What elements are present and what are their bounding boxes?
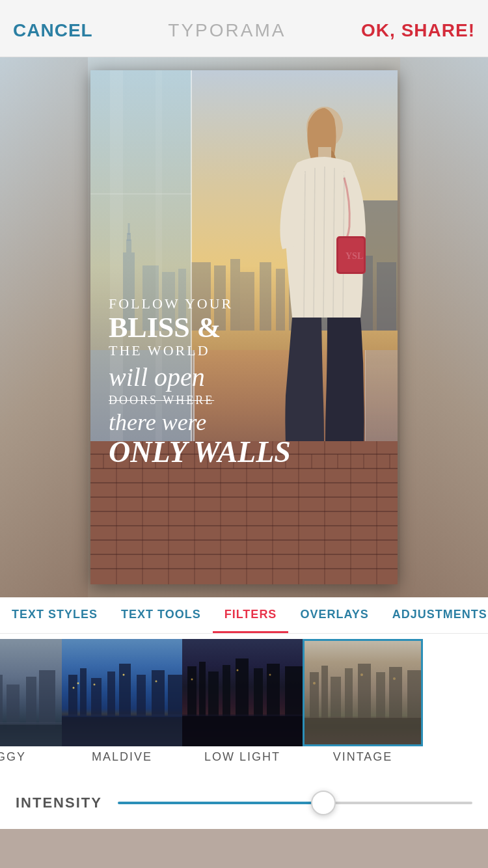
intensity-slider-thumb[interactable] <box>311 791 336 815</box>
filter-label-vintage: VINTAGE <box>333 750 393 764</box>
svg-rect-81 <box>0 675 3 730</box>
filter-thumb-maldive[interactable] <box>62 639 182 746</box>
intensity-label: INTENSITY <box>16 794 102 811</box>
svg-rect-109 <box>254 668 263 717</box>
svg-rect-95 <box>168 675 182 717</box>
svg-rect-84 <box>39 670 55 730</box>
tab-bar: TEXT STYLES TEXT TOOLS FILTERS OVERLAYS … <box>0 597 488 634</box>
svg-point-127 <box>360 673 363 676</box>
svg-rect-102 <box>62 714 182 717</box>
svg-rect-93 <box>137 675 146 717</box>
photo-background: YSL <box>90 70 398 584</box>
filter-row: FOGGY <box>0 634 488 777</box>
svg-rect-111 <box>285 666 303 717</box>
svg-rect-105 <box>199 662 206 717</box>
svg-rect-119 <box>321 666 328 719</box>
svg-point-97 <box>77 683 79 685</box>
svg-point-98 <box>94 684 96 686</box>
svg-rect-88 <box>68 675 77 717</box>
svg-point-128 <box>393 677 396 680</box>
tab-text-styles[interactable]: TEXT STYLES <box>0 597 109 633</box>
filter-label-maldive: MALDIVE <box>92 750 152 764</box>
intensity-row: INTENSITY <box>0 777 488 829</box>
svg-rect-107 <box>223 665 230 717</box>
svg-rect-83 <box>26 677 36 730</box>
filter-thumb-low-light[interactable] <box>182 639 303 746</box>
svg-rect-85 <box>0 724 62 746</box>
svg-rect-122 <box>358 664 371 719</box>
svg-rect-101 <box>62 716 182 746</box>
filter-foggy[interactable]: FOGGY <box>0 639 62 764</box>
svg-rect-121 <box>345 668 353 719</box>
svg-rect-108 <box>236 658 249 717</box>
app-title: TYPORAMA <box>168 16 286 41</box>
filter-vintage[interactable]: VINTAGE <box>303 639 423 764</box>
photo-quote-text[interactable]: FOLLOW YOUR BLISS & THE WORLD will open … <box>109 295 385 467</box>
svg-rect-125 <box>407 670 423 719</box>
quote-line2: BLISS & <box>109 314 385 342</box>
svg-rect-115 <box>182 716 303 746</box>
tab-text-tools[interactable]: TEXT TOOLS <box>109 597 213 633</box>
svg-rect-104 <box>187 666 197 717</box>
filter-label-foggy: FOGGY <box>0 750 26 764</box>
filter-thumb-foggy[interactable] <box>0 639 62 746</box>
filter-low-light[interactable]: LOW LIGHT <box>182 639 303 764</box>
quote-line7: ONLY WALLS <box>109 437 385 467</box>
svg-rect-89 <box>80 668 87 717</box>
svg-point-113 <box>237 670 239 671</box>
svg-rect-86 <box>0 722 62 725</box>
svg-point-96 <box>73 687 75 689</box>
svg-point-100 <box>156 681 157 683</box>
svg-rect-120 <box>331 677 341 719</box>
filter-maldive[interactable]: MALDIVE <box>62 639 182 764</box>
svg-point-126 <box>313 682 316 685</box>
tab-overlays[interactable]: OVERLAYS <box>288 597 380 633</box>
photo-card[interactable]: YSL <box>90 70 398 584</box>
tab-filters[interactable]: FILTERS <box>213 597 289 633</box>
svg-text:YSL: YSL <box>346 251 363 261</box>
svg-rect-130 <box>305 716 423 718</box>
quote-line5: DOORS WHERE <box>109 394 385 407</box>
svg-rect-92 <box>119 664 131 717</box>
svg-rect-110 <box>267 664 280 717</box>
tab-adjustments[interactable]: ADJUSTMENTS <box>381 597 488 633</box>
svg-point-99 <box>123 674 125 676</box>
filter-thumb-vintage[interactable] <box>303 639 423 746</box>
intensity-slider-track[interactable] <box>118 802 472 804</box>
svg-rect-106 <box>208 671 219 717</box>
svg-rect-123 <box>376 672 385 719</box>
quote-line3: THE WORLD <box>109 342 385 359</box>
svg-point-114 <box>269 674 271 676</box>
svg-rect-90 <box>91 678 102 717</box>
svg-rect-91 <box>107 671 115 717</box>
filter-label-low-light: LOW LIGHT <box>204 750 280 764</box>
canvas-area[interactable]: YSL <box>0 57 488 597</box>
svg-point-112 <box>191 679 193 681</box>
svg-rect-129 <box>305 718 423 746</box>
quote-line4: will open <box>109 362 385 392</box>
quote-line1: FOLLOW YOUR <box>109 295 385 312</box>
share-button[interactable]: OK, SHARE! <box>361 16 475 41</box>
top-bar: CANCEL TYPORAMA OK, SHARE! <box>0 0 488 57</box>
svg-rect-118 <box>310 672 319 719</box>
svg-rect-116 <box>182 714 303 716</box>
svg-rect-94 <box>152 670 165 717</box>
quote-line6: there were <box>109 409 385 436</box>
cancel-button[interactable]: CANCEL <box>13 16 93 41</box>
svg-rect-124 <box>389 667 402 719</box>
